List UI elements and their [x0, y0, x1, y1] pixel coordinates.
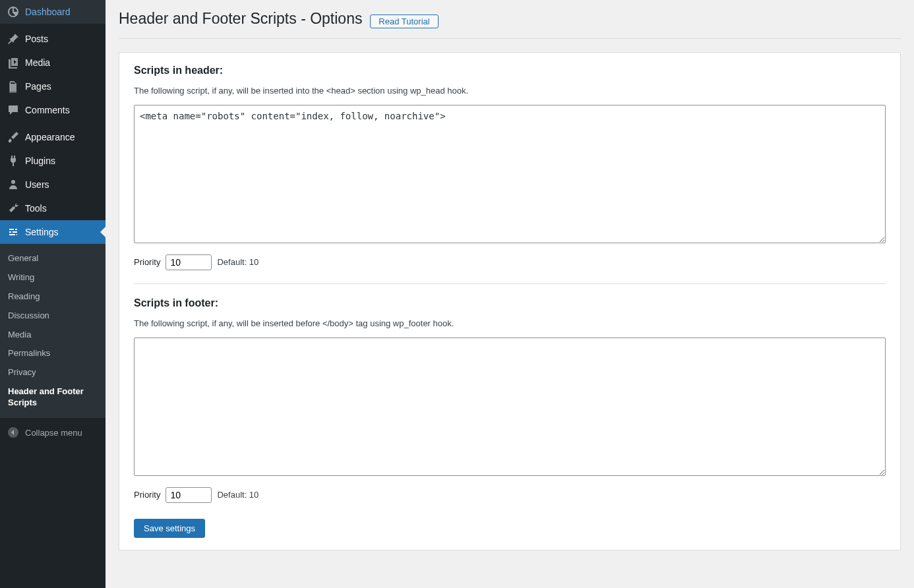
page-header: Header and Footer Scripts - Options Read… [119, 0, 901, 39]
sidebar-item-dashboard[interactable]: Dashboard [0, 0, 106, 24]
sidebar-item-label: Appearance [25, 132, 75, 142]
sidebar-item-posts[interactable]: Posts [0, 27, 106, 51]
footer-scripts-description: The following script, if any, will be in… [134, 318, 886, 328]
header-scripts-heading: Scripts in header: [134, 65, 886, 76]
sidebar-item-comments[interactable]: Comments [0, 98, 106, 122]
sidebar-item-label: Plugins [25, 156, 55, 166]
page-title: Header and Footer Scripts - Options [119, 10, 362, 28]
sidebar-item-settings[interactable]: Settings [0, 220, 106, 244]
header-priority-label: Priority [134, 257, 160, 267]
dashboard-icon [7, 5, 20, 18]
header-scripts-textarea[interactable] [134, 105, 886, 243]
sidebar-item-label: Comments [25, 105, 70, 115]
collapse-icon [7, 426, 20, 439]
pin-icon [7, 32, 20, 45]
sidebar-item-plugins[interactable]: Plugins [0, 149, 106, 173]
settings-icon [7, 225, 20, 239]
submenu-item-privacy[interactable]: Privacy [0, 363, 106, 382]
sidebar-item-label: Users [25, 179, 49, 190]
user-icon [7, 178, 20, 191]
footer-priority-input[interactable] [166, 487, 212, 503]
admin-sidebar: Dashboard Posts Media Pages Comments App… [0, 0, 106, 588]
sidebar-item-label: Pages [25, 81, 51, 92]
sidebar-item-label: Tools [25, 203, 47, 214]
footer-scripts-textarea[interactable] [134, 338, 886, 476]
sidebar-item-media[interactable]: Media [0, 51, 106, 74]
settings-submenu: General Writing Reading Discussion Media… [0, 244, 106, 418]
comment-icon [7, 103, 20, 117]
read-tutorial-button[interactable]: Read Tutorial [370, 15, 438, 28]
header-priority-input[interactable] [166, 254, 212, 270]
sidebar-item-label: Dashboard [25, 7, 71, 17]
collapse-menu-label: Collapse menu [25, 428, 82, 438]
save-settings-button[interactable]: Save settings [134, 519, 205, 538]
footer-priority-default: Default: 10 [217, 490, 259, 500]
section-divider [134, 283, 886, 284]
submenu-item-writing[interactable]: Writing [0, 268, 106, 287]
submenu-item-discussion[interactable]: Discussion [0, 307, 106, 326]
sidebar-item-label: Media [25, 57, 50, 68]
media-icon [7, 56, 20, 69]
sidebar-item-label: Posts [25, 34, 48, 44]
submenu-item-reading[interactable]: Reading [0, 287, 106, 307]
sidebar-item-users[interactable]: Users [0, 173, 106, 196]
submenu-item-header-footer-scripts[interactable]: Header and Footer Scripts [0, 382, 106, 413]
main-content: Header and Footer Scripts - Options Read… [106, 0, 914, 588]
submenu-item-permalinks[interactable]: Permalinks [0, 344, 106, 363]
sidebar-item-appearance[interactable]: Appearance [0, 125, 106, 149]
header-priority-default: Default: 10 [217, 257, 259, 267]
footer-scripts-heading: Scripts in footer: [134, 297, 886, 309]
submenu-item-general[interactable]: General [0, 249, 106, 268]
plug-icon [7, 154, 20, 167]
settings-panel: Scripts in header: The following script,… [119, 52, 901, 550]
sidebar-item-tools[interactable]: Tools [0, 196, 106, 220]
header-scripts-description: The following script, if any, will be in… [134, 86, 886, 96]
brush-icon [7, 131, 20, 144]
collapse-menu[interactable]: Collapse menu [0, 421, 106, 444]
footer-priority-label: Priority [134, 490, 160, 500]
footer-priority-row: Priority Default: 10 [134, 487, 886, 503]
pages-icon [7, 80, 20, 93]
sidebar-item-pages[interactable]: Pages [0, 74, 106, 98]
header-priority-row: Priority Default: 10 [134, 254, 886, 270]
wrench-icon [7, 202, 20, 215]
submenu-item-media[interactable]: Media [0, 326, 106, 345]
sidebar-item-label: Settings [25, 227, 59, 237]
